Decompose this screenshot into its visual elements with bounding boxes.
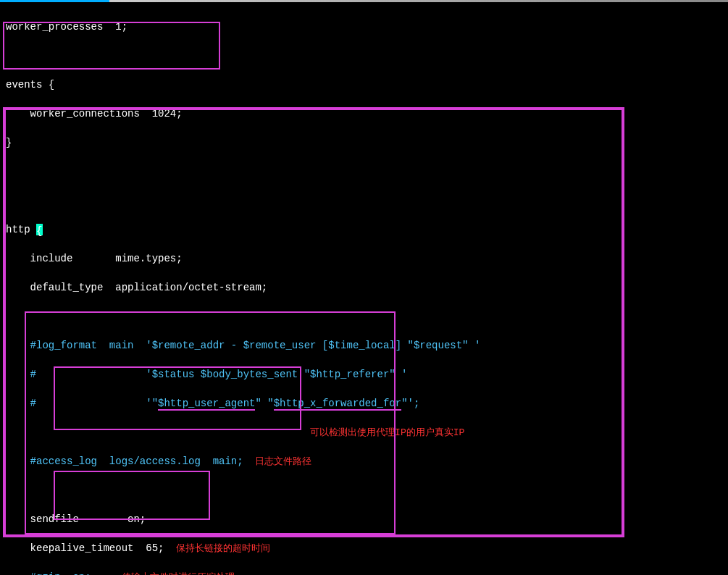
code-line: worker_connections 1024; xyxy=(6,106,722,121)
code-comment: # '"$http_user_agent" "$http_x_forwarded… xyxy=(6,396,722,411)
code-line: } xyxy=(6,135,722,150)
code-line xyxy=(6,483,722,498)
underline-x-forwarded-for: $http_x_forwarded_for xyxy=(274,398,401,411)
code-line xyxy=(6,164,722,179)
code-line: sendfile on; xyxy=(6,512,722,526)
annotation-log-path: 日志文件路径 xyxy=(255,456,311,467)
code-line: events { xyxy=(6,77,722,92)
code-line: default_type application/octet-stream; xyxy=(6,280,722,295)
code-line: worker_processes 1; xyxy=(6,20,722,34)
code-line: include mime.types; xyxy=(6,251,722,266)
code-line: #gzip on; 传输大文件时进行压缩处理 xyxy=(6,570,722,575)
code-comment: #log_format main '$remote_addr - $remote… xyxy=(6,338,722,353)
cursor: { xyxy=(36,224,43,235)
code-comment: # '$status $body_bytes_sent "$http_refer… xyxy=(6,367,722,382)
editor-content[interactable]: worker_processes 1; events { worker_conn… xyxy=(0,2,728,575)
code-line xyxy=(6,309,722,324)
code-line: keepalive_timeout 65; 保持长链接的超时时间 xyxy=(6,541,722,555)
code-line xyxy=(6,193,722,208)
underline-user-agent: $http_user_agent xyxy=(158,398,255,411)
code-line: http { xyxy=(6,222,722,237)
code-comment: #access_log logs/access.log main; 日志文件路径 xyxy=(6,454,722,469)
annotation-keepalive: 保持长链接的超时时间 xyxy=(176,543,270,554)
annotation-line: 可以检测出使用代理IP的用户真实IP xyxy=(6,425,722,440)
annotation-proxy-ip: 可以检测出使用代理IP的用户真实IP xyxy=(310,427,464,438)
annotation-gzip: 传输大文件时进行压缩处理 xyxy=(122,572,235,575)
code-line xyxy=(6,49,722,63)
